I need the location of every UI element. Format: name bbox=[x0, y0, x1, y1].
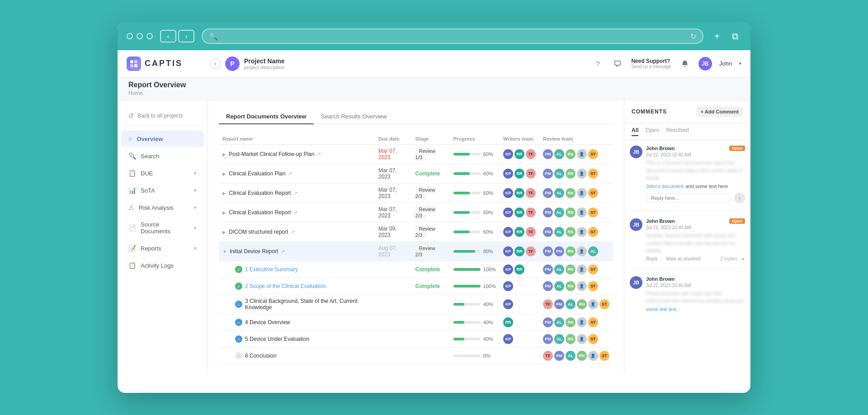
new-tab-button[interactable]: + bbox=[711, 30, 723, 42]
expand-icon[interactable]: ▶ bbox=[222, 230, 226, 235]
report-name[interactable]: Post-Market Clinical Follow-up Plan bbox=[229, 151, 314, 157]
comments-tab-all[interactable]: All bbox=[632, 127, 638, 136]
project-nav-back[interactable]: ‹ bbox=[210, 58, 221, 69]
due-date-cell bbox=[375, 295, 411, 314]
user-avatar: JB bbox=[698, 57, 712, 71]
expand-icon[interactable]: ▶ bbox=[222, 171, 226, 176]
expand-icon[interactable]: ▶ bbox=[222, 191, 226, 196]
back-button[interactable]: ‹ bbox=[160, 30, 176, 42]
report-name[interactable]: Initial Device Report bbox=[230, 248, 278, 255]
comment-send-button[interactable]: › bbox=[734, 193, 745, 203]
sidebar-item-reports[interactable]: 📝 Reports ▾ bbox=[121, 240, 204, 256]
comment-reply-input[interactable] bbox=[646, 193, 731, 203]
avatar-pm: PM bbox=[543, 149, 553, 159]
writers-cell: KP bbox=[500, 331, 539, 348]
sub-report-name[interactable]: 1 Executive Summary bbox=[245, 266, 298, 273]
external-link-icon[interactable]: ↗ bbox=[293, 190, 297, 196]
report-name-cell: ○ 6 Conclusion bbox=[219, 348, 375, 364]
back-to-projects[interactable]: ↺ Back to all projects bbox=[121, 108, 204, 126]
sub-report-name[interactable]: 4 Device Overview bbox=[245, 319, 290, 325]
comment-avatar: JB bbox=[630, 146, 642, 158]
user-name[interactable]: John bbox=[719, 60, 732, 67]
expand-icon[interactable]: ▶ bbox=[222, 210, 226, 215]
sidebar-item-risk[interactable]: ⚠ Risk Analysis ▾ bbox=[121, 199, 204, 216]
duplicate-button[interactable]: ⧉ bbox=[729, 30, 741, 42]
reply-label[interactable]: Reply bbox=[646, 256, 658, 261]
comment-date: Jul 22, 2023 10:40 AM bbox=[646, 225, 745, 230]
notification-button[interactable] bbox=[679, 57, 691, 70]
reviewers-cell: PM AL RN 👤 ST bbox=[539, 261, 613, 278]
sidebar-item-activity[interactable]: 📋 Activity Logs bbox=[121, 257, 204, 274]
reviewers-cell: PM AL RN 👤 ST bbox=[539, 314, 613, 331]
report-name[interactable]: Clinical Evaluation Report bbox=[229, 190, 291, 196]
expand-icon[interactable]: ▼ bbox=[222, 249, 227, 254]
overview-icon: ○ bbox=[128, 135, 132, 142]
comments-tab-resolved[interactable]: Resolved bbox=[666, 127, 689, 136]
avatar-rn: RN bbox=[566, 317, 576, 327]
comment-body: John Brown Open Jul 22, 2023 10:40 AM Th… bbox=[646, 146, 745, 203]
sidebar-label-search: Search bbox=[141, 153, 159, 160]
external-link-icon[interactable]: ↗ bbox=[291, 229, 295, 235]
chevron-up-icon[interactable]: ▲ bbox=[741, 256, 745, 261]
table-row: ▶ Clinical Evaluation Report ↗ Mar 07, 2… bbox=[219, 203, 613, 222]
external-link-icon[interactable]: ↗ bbox=[281, 249, 285, 255]
progress-cell: 40% bbox=[450, 295, 500, 314]
chat-button[interactable] bbox=[611, 57, 624, 70]
add-comment-button[interactable]: + Add Comment bbox=[696, 107, 743, 117]
comments-header: COMMENTS + Add Comment bbox=[624, 100, 750, 123]
comment-link[interactable]: some link text bbox=[646, 307, 676, 312]
progress-cell: 80% bbox=[450, 242, 500, 261]
help-button[interactable]: ? bbox=[591, 57, 604, 70]
complete-badge: Complete bbox=[415, 266, 440, 273]
address-input[interactable] bbox=[222, 33, 687, 40]
sidebar-item-sota[interactable]: 📊 SoTA ▾ bbox=[121, 182, 204, 198]
avatar-al: AL bbox=[588, 246, 598, 256]
expand-icon[interactable]: ▶ bbox=[222, 152, 226, 157]
comments-tab-open[interactable]: Open bbox=[646, 127, 659, 136]
external-link-icon[interactable]: ↗ bbox=[317, 151, 321, 157]
sub-report-name[interactable]: 3 Clinical Background, State of the Art,… bbox=[245, 298, 371, 311]
writers-cell: KP bbox=[500, 278, 539, 295]
tab-report-docs[interactable]: Report Documents Overview bbox=[219, 109, 314, 124]
avatar-photo: 👤 bbox=[577, 281, 587, 291]
avatar-st: ST bbox=[588, 334, 598, 344]
stage-badge: Review 2/3 bbox=[415, 206, 435, 219]
status-icon-blue: ○ bbox=[235, 301, 242, 308]
sub-report-name[interactable]: 5 Device Under Evaluation bbox=[245, 336, 309, 342]
report-name[interactable]: Clinical Evaluation Plan bbox=[229, 170, 285, 177]
replies-count[interactable]: 2 replies bbox=[720, 256, 737, 261]
reviewers-cell: PM AL RN 👤 ST bbox=[539, 203, 613, 222]
stage-cell: Review 2/3 bbox=[412, 184, 450, 203]
progress-pct: 60% bbox=[483, 190, 493, 196]
user-dropdown-icon[interactable]: ▾ bbox=[739, 61, 741, 66]
project-desc: project description bbox=[244, 65, 284, 70]
reviewers-cell: PM AL RN 👤 ST bbox=[539, 222, 613, 242]
avatar-st: ST bbox=[588, 169, 598, 179]
refresh-icon[interactable]: ↻ bbox=[690, 32, 696, 41]
sidebar-item-overview[interactable]: ○ Overview bbox=[121, 131, 204, 147]
sub-report-name[interactable]: 2 Scope of the Clinical Evaluation bbox=[245, 283, 326, 289]
sidebar: ↺ Back to all projects ○ Overview 🔍 Sear… bbox=[118, 100, 208, 373]
avatar-photo: 👤 bbox=[577, 246, 587, 256]
forward-button[interactable]: › bbox=[178, 30, 194, 42]
comment-avatar: JB bbox=[630, 276, 642, 289]
sidebar-item-search[interactable]: 🔍 Search bbox=[121, 148, 204, 164]
mark-resolved-label[interactable]: Mark as resolved bbox=[666, 256, 700, 261]
sidebar-item-due[interactable]: 📋 DUE ▾ bbox=[121, 165, 204, 181]
external-link-icon[interactable]: ↗ bbox=[293, 210, 297, 216]
report-name[interactable]: Clinical Evaluation Report bbox=[229, 209, 291, 216]
tab-search-results[interactable]: Search Results Overview bbox=[314, 109, 394, 124]
progress-cell: 40% bbox=[450, 314, 500, 331]
comment-link[interactable]: John's document bbox=[646, 184, 684, 189]
logo-icon bbox=[127, 57, 141, 71]
report-name-cell: ✓ 1 Executive Summary bbox=[219, 261, 375, 278]
avatar-photo: 👤 bbox=[577, 334, 587, 344]
report-name[interactable]: DICOM structured report bbox=[229, 229, 288, 235]
sub-report-name[interactable]: 6 Conclusion bbox=[245, 353, 276, 359]
progress-pct: 40% bbox=[483, 302, 493, 307]
browser-actions: + ⧉ bbox=[711, 30, 741, 42]
stage-cell bbox=[412, 331, 450, 348]
external-link-icon[interactable]: ↗ bbox=[288, 171, 292, 177]
due-date: Mar 09, 2023 bbox=[378, 226, 397, 238]
sidebar-item-source[interactable]: 📄 Source Documents ▾ bbox=[121, 217, 204, 239]
